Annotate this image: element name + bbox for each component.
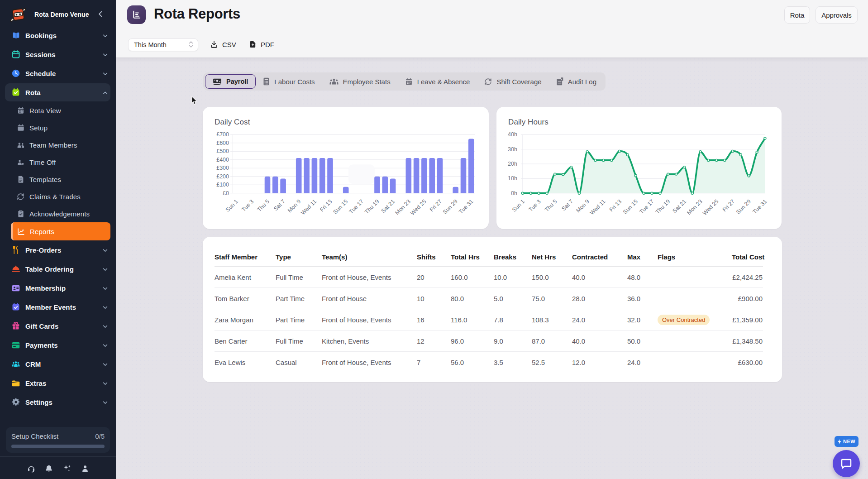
svg-text:Fri 13: Fri 13 bbox=[319, 198, 334, 213]
svg-text:£0: £0 bbox=[223, 190, 229, 196]
svg-text:Sat 21: Sat 21 bbox=[672, 198, 687, 214]
svg-text:Wed 11: Wed 11 bbox=[300, 198, 318, 216]
svg-text:Tue 17: Tue 17 bbox=[639, 198, 655, 215]
svg-text:Sat 7: Sat 7 bbox=[272, 198, 286, 212]
svg-text:Sun 29: Sun 29 bbox=[735, 198, 752, 216]
svg-text:10h: 10h bbox=[508, 175, 517, 182]
svg-text:Fri 27: Fri 27 bbox=[721, 198, 736, 213]
svg-text:£600: £600 bbox=[216, 140, 229, 146]
svg-text:40h: 40h bbox=[508, 131, 517, 138]
svg-text:Thu 19: Thu 19 bbox=[363, 198, 380, 215]
svg-text:Wed 25: Wed 25 bbox=[409, 198, 427, 216]
svg-text:£700: £700 bbox=[216, 131, 229, 138]
svg-text:Fri 27: Fri 27 bbox=[429, 198, 444, 213]
svg-text:Wed 25: Wed 25 bbox=[701, 198, 720, 216]
svg-text:30h: 30h bbox=[508, 146, 517, 153]
svg-text:£300: £300 bbox=[216, 165, 229, 171]
svg-text:Sat 7: Sat 7 bbox=[561, 198, 575, 212]
svg-text:Fri 13: Fri 13 bbox=[608, 198, 623, 213]
svg-text:Mon 9: Mon 9 bbox=[575, 198, 590, 214]
svg-text:0h: 0h bbox=[511, 190, 517, 196]
svg-text:£200: £200 bbox=[216, 173, 229, 180]
svg-text:Wed 11: Wed 11 bbox=[589, 198, 607, 216]
svg-text:Sun 15: Sun 15 bbox=[332, 198, 349, 216]
svg-text:Tue 3: Tue 3 bbox=[240, 198, 255, 213]
svg-text:£100: £100 bbox=[216, 182, 229, 188]
svg-text:£400: £400 bbox=[216, 157, 229, 163]
svg-text:Sun 15: Sun 15 bbox=[622, 198, 639, 216]
svg-text:Thu 19: Thu 19 bbox=[654, 198, 671, 215]
svg-text:Sun 1: Sun 1 bbox=[224, 198, 239, 213]
svg-text:Mon 23: Mon 23 bbox=[394, 198, 412, 216]
svg-text:Mon 23: Mon 23 bbox=[686, 198, 703, 216]
svg-text:Tue 31: Tue 31 bbox=[458, 198, 474, 215]
svg-text:Thu 5: Thu 5 bbox=[544, 198, 558, 213]
svg-text:Sun 29: Sun 29 bbox=[442, 198, 459, 216]
svg-text:Thu 5: Thu 5 bbox=[256, 198, 271, 213]
svg-text:Tue 31: Tue 31 bbox=[751, 198, 768, 215]
svg-text:Tue 3: Tue 3 bbox=[528, 198, 542, 213]
svg-text:£500: £500 bbox=[216, 148, 229, 154]
svg-text:20h: 20h bbox=[508, 161, 517, 167]
svg-text:Sun 1: Sun 1 bbox=[511, 198, 526, 213]
svg-text:Tue 17: Tue 17 bbox=[348, 198, 365, 215]
